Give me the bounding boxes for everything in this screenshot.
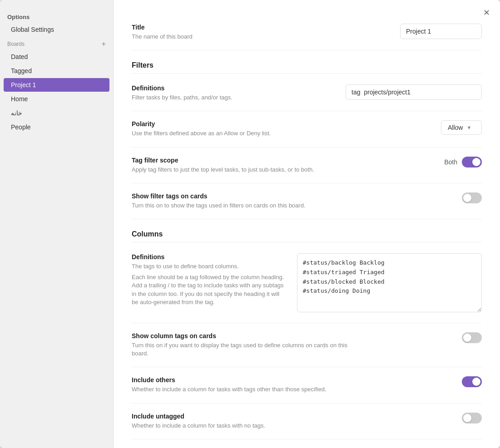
sidebar-item-global-settings[interactable]: Global Settings <box>4 23 109 36</box>
columns-definitions-textarea[interactable] <box>297 253 482 312</box>
main-panel: ✕ Title The name of this board Filters D… <box>114 0 500 448</box>
include-untagged-desc: Whether to include a column for tasks wi… <box>132 422 359 430</box>
definitions-desc: Filter tasks by files, paths, and/or tag… <box>132 94 338 102</box>
title-row: Title The name of this board <box>132 15 482 50</box>
show-column-tags-label-group: Show column tags on cards Turn this on i… <box>132 332 455 358</box>
tag-filter-scope-row: Tag filter scope Apply tag filters to ju… <box>132 148 482 183</box>
include-untagged-slider <box>462 413 482 423</box>
include-untagged-control <box>462 413 482 423</box>
sidebar: Options Global Settings Boards + Dated T… <box>0 0 114 448</box>
tag-filter-desc: Apply tag filters to just the top level … <box>132 166 359 174</box>
show-column-tags-row: Show column tags on cards Turn this on i… <box>132 323 482 367</box>
tag-filter-toggle-wrap: Both <box>444 157 482 167</box>
include-untagged-row: Include untagged Whether to include a co… <box>132 404 482 439</box>
title-label-group: Title The name of this board <box>132 24 393 41</box>
include-others-label-group: Include others Whether to include a colu… <box>132 376 455 394</box>
tag-filter-label: Tag filter scope <box>132 157 437 164</box>
show-column-tags-desc: Turn this on if you want to display the … <box>132 341 359 358</box>
polarity-select[interactable]: Allow ▼ <box>441 120 482 135</box>
include-others-control <box>462 376 482 387</box>
col-def-desc: The tags to use to define board columns. <box>132 262 286 271</box>
title-label: Title <box>132 24 393 31</box>
polarity-desc: Use the filters defined above as an Allo… <box>132 129 359 138</box>
sidebar-item-project1[interactable]: Project 1 <box>4 78 109 92</box>
include-untagged-toggle[interactable] <box>462 413 482 423</box>
include-others-row: Include others Whether to include a colu… <box>132 367 482 403</box>
tag-filter-slider <box>462 157 482 167</box>
include-others-toggle[interactable] <box>462 376 482 387</box>
sidebar-item-home[interactable]: Home <box>4 92 109 106</box>
col-def-inner: Definitions The tags to use to define bo… <box>132 253 482 314</box>
boards-section-label: Boards + <box>0 37 113 49</box>
show-filter-tags-toggle[interactable] <box>462 192 482 203</box>
filters-divider <box>132 73 482 74</box>
include-others-slider <box>462 376 482 387</box>
sidebar-item-people[interactable]: People <box>4 120 109 134</box>
show-filter-tags-label-group: Show filter tags on cards Turn this on t… <box>132 192 455 210</box>
filters-heading: Filters <box>132 61 482 69</box>
include-others-desc: Whether to include a column for tasks wi… <box>132 385 359 394</box>
app-window: Options Global Settings Boards + Dated T… <box>0 0 500 448</box>
show-filter-tags-slider <box>462 192 482 203</box>
definitions-label: Definitions <box>132 84 338 92</box>
show-filter-tags-row: Show filter tags on cards Turn this on t… <box>132 183 482 219</box>
tag-filter-control: Both <box>444 157 482 167</box>
title-input[interactable] <box>400 24 482 39</box>
show-filter-tags-desc: Turn this on to show the tags used in fi… <box>132 202 359 210</box>
add-board-icon[interactable]: + <box>102 40 106 48</box>
title-desc: The name of this board <box>132 33 359 41</box>
columns-divider <box>132 242 482 242</box>
columns-heading: Columns <box>132 230 482 238</box>
tag-filter-toggle-label: Both <box>444 158 457 166</box>
col-def-desc2: Each line should be a tag followed by th… <box>132 273 286 306</box>
show-column-tags-toggle[interactable] <box>462 332 482 343</box>
definitions-control <box>346 84 482 100</box>
include-untagged-label-group: Include untagged Whether to include a co… <box>132 413 455 430</box>
options-heading: Options <box>0 7 113 22</box>
show-column-tags-slider <box>462 332 482 343</box>
polarity-row: Polarity Use the filters defined above a… <box>132 111 482 147</box>
polarity-label: Polarity <box>132 120 434 128</box>
sidebar-item-tagged[interactable]: Tagged <box>4 64 109 78</box>
definitions-row: Definitions Filter tasks by files, paths… <box>132 75 482 111</box>
definitions-input[interactable] <box>346 84 482 100</box>
sidebar-item-arabic[interactable]: خانه <box>4 106 109 120</box>
col-def-label: Definitions <box>132 253 286 261</box>
definitions-label-group: Definitions Filter tasks by files, paths… <box>132 84 338 102</box>
completed-count-row: Completed count How many completed tasks… <box>132 439 482 448</box>
show-column-tags-label: Show column tags on cards <box>132 332 455 340</box>
sidebar-item-dated[interactable]: Dated <box>4 50 109 64</box>
polarity-control: Allow ▼ <box>441 120 482 135</box>
include-others-label: Include others <box>132 376 455 384</box>
include-untagged-label: Include untagged <box>132 413 455 420</box>
col-def-label-group: Definitions The tags to use to define bo… <box>132 253 286 306</box>
title-control <box>400 24 482 39</box>
show-filter-tags-label: Show filter tags on cards <box>132 192 455 200</box>
show-column-tags-control <box>462 332 482 343</box>
show-filter-tags-control <box>462 192 482 203</box>
chevron-down-icon: ▼ <box>466 125 471 130</box>
tag-filter-label-group: Tag filter scope Apply tag filters to ju… <box>132 157 437 174</box>
polarity-label-group: Polarity Use the filters defined above a… <box>132 120 434 138</box>
tag-filter-toggle[interactable] <box>462 157 482 167</box>
columns-definitions-row: Definitions The tags to use to define bo… <box>132 244 482 323</box>
col-def-textarea-group <box>297 253 482 314</box>
polarity-value: Allow <box>448 124 463 131</box>
close-button[interactable]: ✕ <box>480 6 493 19</box>
